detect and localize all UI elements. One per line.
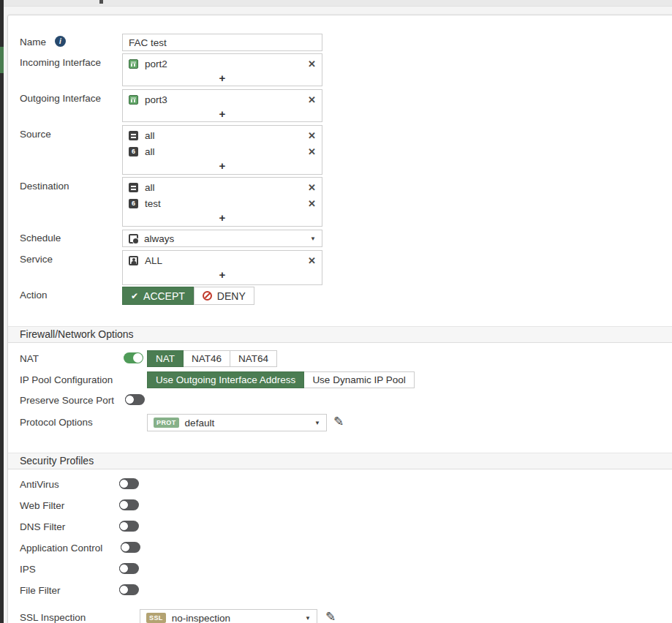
schedule-label: Schedule bbox=[20, 233, 61, 243]
ssl-inspection-label: SSL Inspection bbox=[20, 612, 86, 623]
use-outgoing-interface-address-option[interactable]: Use Outgoing Interface Address bbox=[147, 371, 304, 388]
ssl-badge: SSL bbox=[146, 613, 166, 623]
add-entry-button[interactable]: + bbox=[123, 159, 322, 173]
service-entry: ALL ✕ bbox=[123, 252, 322, 268]
entry-label: test bbox=[145, 198, 301, 209]
ip-pool-group: Use Outgoing Interface Address Use Dynam… bbox=[147, 371, 415, 388]
header-artifact bbox=[99, 0, 103, 4]
info-glyph: i bbox=[59, 37, 61, 45]
dns-filter-toggle[interactable] bbox=[119, 521, 139, 532]
deny-button[interactable]: DENY bbox=[194, 287, 254, 305]
add-entry-button[interactable]: + bbox=[123, 211, 322, 225]
destination-entry: all ✕ bbox=[123, 179, 322, 195]
dns-filter-label: DNS Filter bbox=[20, 521, 65, 532]
chevron-down-icon: ▼ bbox=[314, 420, 320, 426]
remove-icon[interactable]: ✕ bbox=[308, 59, 316, 69]
service-label: Service bbox=[20, 254, 53, 265]
remove-icon[interactable]: ✕ bbox=[308, 183, 316, 192]
remove-icon[interactable]: ✕ bbox=[308, 95, 316, 105]
protocol-options-label: Protocol Options bbox=[20, 417, 93, 428]
ipv6-address-icon: 6 bbox=[129, 147, 138, 156]
source-entry: all ✕ bbox=[123, 127, 322, 143]
toggle-knob bbox=[133, 353, 143, 363]
protocol-options-value: default bbox=[185, 418, 309, 428]
remove-icon[interactable]: ✕ bbox=[308, 131, 316, 140]
edit-pencil-icon[interactable]: ✎ bbox=[333, 415, 344, 428]
antivirus-toggle[interactable] bbox=[119, 478, 139, 489]
ipv4-address-icon bbox=[129, 131, 138, 140]
schedule-icon bbox=[129, 234, 138, 243]
application-control-toggle[interactable] bbox=[121, 542, 140, 553]
entry-label: all bbox=[145, 182, 301, 193]
accept-button[interactable]: ✔ ACCEPT bbox=[122, 287, 194, 305]
file-filter-label: File Filter bbox=[20, 585, 61, 596]
policy-edit-panel: Name i Incoming Interface port2 ✕ + Outg… bbox=[7, 15, 672, 623]
toggle-knob bbox=[121, 543, 130, 552]
remove-icon[interactable]: ✕ bbox=[308, 256, 316, 265]
use-dynamic-ip-pool-option[interactable]: Use Dynamic IP Pool bbox=[303, 371, 414, 388]
entry-label: port2 bbox=[145, 58, 301, 69]
name-input[interactable] bbox=[122, 34, 322, 51]
sidebar-active-item[interactable] bbox=[0, 47, 4, 73]
nat-option[interactable]: NAT bbox=[147, 350, 184, 367]
entry-label: all bbox=[145, 146, 301, 157]
outgoing-interface-entry: port3 ✕ bbox=[123, 91, 322, 107]
add-entry-button[interactable]: + bbox=[123, 268, 322, 282]
entry-label: ALL bbox=[145, 255, 301, 266]
service-box: ALL ✕ + bbox=[122, 250, 322, 285]
schedule-dropdown[interactable]: always ▼ bbox=[122, 230, 322, 247]
add-entry-button[interactable]: + bbox=[123, 107, 322, 121]
remove-icon[interactable]: ✕ bbox=[308, 199, 316, 208]
nat64-option[interactable]: NAT64 bbox=[230, 350, 277, 367]
ssl-inspection-dropdown[interactable]: SSL no-inspection ▼ bbox=[140, 609, 317, 623]
name-label: Name bbox=[20, 37, 46, 48]
antivirus-label: AntiVirus bbox=[20, 479, 59, 490]
source-box: all ✕ 6 all ✕ + bbox=[122, 125, 322, 175]
action-button-group: ✔ ACCEPT DENY bbox=[122, 287, 254, 305]
ipv6-address-icon: 6 bbox=[129, 199, 138, 208]
check-icon: ✔ bbox=[131, 291, 138, 301]
nat-label: NAT bbox=[20, 353, 39, 364]
toggle-knob bbox=[119, 521, 129, 531]
toggle-knob bbox=[125, 395, 135, 404]
file-filter-toggle[interactable] bbox=[119, 584, 139, 595]
edit-pencil-icon[interactable]: ✎ bbox=[325, 611, 336, 623]
destination-entry: 6 test ✕ bbox=[123, 195, 322, 211]
preserve-source-port-label: Preserve Source Port bbox=[20, 395, 114, 406]
info-icon: i bbox=[55, 36, 66, 47]
chevron-down-icon: ▼ bbox=[305, 615, 311, 622]
outgoing-interface-label: Outgoing Interface bbox=[20, 93, 101, 104]
nat-toggle[interactable] bbox=[124, 352, 143, 363]
entry-label: all bbox=[145, 130, 301, 141]
chevron-down-icon: ▼ bbox=[310, 235, 316, 242]
toggle-knob bbox=[119, 564, 129, 573]
service-all-icon bbox=[129, 256, 138, 265]
web-filter-label: Web Filter bbox=[20, 500, 64, 511]
ip-pool-configuration-label: IP Pool Configuration bbox=[20, 374, 113, 385]
outgoing-interface-box: port3 ✕ + bbox=[122, 89, 322, 122]
policy-edit-screen: Name i Incoming Interface port2 ✕ + Outg… bbox=[0, 0, 672, 623]
sidebar-edge bbox=[0, 0, 4, 623]
ips-toggle[interactable] bbox=[119, 563, 139, 574]
destination-label: Destination bbox=[20, 181, 69, 192]
interface-icon bbox=[129, 59, 138, 69]
remove-icon[interactable]: ✕ bbox=[308, 147, 316, 156]
nat-mode-group: NAT NAT46 NAT64 bbox=[147, 350, 277, 367]
ips-label: IPS bbox=[20, 564, 36, 575]
preserve-source-port-toggle[interactable] bbox=[125, 394, 145, 405]
incoming-interface-entry: port2 ✕ bbox=[123, 56, 322, 72]
deny-icon bbox=[203, 291, 212, 301]
prot-badge: PROT bbox=[154, 418, 179, 428]
ipv4-address-icon bbox=[129, 183, 138, 192]
schedule-value: always bbox=[144, 233, 304, 244]
ssl-inspection-value: no-inspection bbox=[172, 613, 299, 623]
nat46-option[interactable]: NAT46 bbox=[183, 350, 230, 367]
web-filter-toggle[interactable] bbox=[119, 499, 139, 510]
source-label: Source bbox=[20, 129, 51, 140]
toggle-knob bbox=[119, 585, 129, 594]
add-entry-button[interactable]: + bbox=[123, 72, 322, 86]
toggle-knob bbox=[119, 479, 129, 488]
incoming-interface-box: port2 ✕ + bbox=[122, 53, 322, 86]
firewall-network-options-header: Firewall/Network Options bbox=[8, 326, 672, 343]
protocol-options-dropdown[interactable]: PROT default ▼ bbox=[147, 414, 327, 431]
